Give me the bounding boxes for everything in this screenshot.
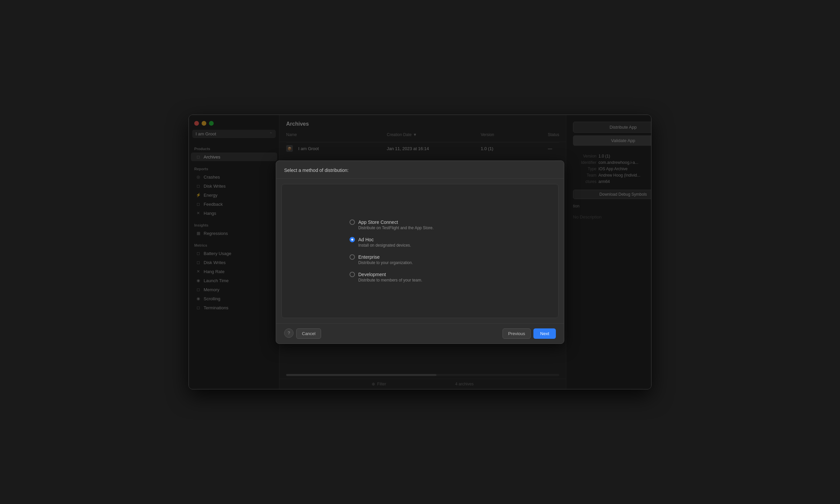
help-button[interactable]: ? — [284, 328, 293, 338]
main-window: I am Groot ⌃ Products ◻ Archives Reports… — [189, 114, 651, 390]
distribution-modal: Select a method of distribution: App Sto… — [276, 161, 564, 344]
ad-hoc-label: Ad Hoc — [358, 237, 374, 242]
app-store-connect-label: App Store Connect — [358, 219, 398, 225]
dist-option-ad-hoc: Ad Hoc Install on designated devices. — [349, 237, 491, 248]
dist-option-development: Development Distribute to members of you… — [349, 272, 491, 283]
modal-footer: ? Cancel Previous Next — [276, 323, 564, 343]
modal-overlay: Select a method of distribution: App Sto… — [189, 115, 651, 389]
enterprise-desc: Distribute to your organization. — [358, 260, 491, 265]
modal-title-bar: Select a method of distribution: — [276, 161, 564, 179]
modal-footer-right: Previous Next — [502, 328, 556, 339]
dist-option-enterprise: Enterprise Distribute to your organizati… — [349, 254, 491, 265]
app-store-connect-desc: Distribute on TestFlight and the App Sto… — [358, 226, 491, 230]
radio-app-store-connect[interactable] — [349, 219, 355, 225]
ad-hoc-desc: Install on designated devices. — [358, 243, 491, 248]
distribution-options: App Store Connect Distribute on TestFlig… — [349, 219, 491, 283]
next-button[interactable]: Next — [533, 328, 556, 339]
modal-body: App Store Connect Distribute on TestFlig… — [281, 184, 559, 318]
radio-ad-hoc[interactable] — [349, 237, 355, 242]
cancel-button[interactable]: Cancel — [296, 328, 321, 339]
radio-enterprise[interactable] — [349, 254, 355, 260]
modal-footer-left: ? Cancel — [284, 328, 321, 339]
radio-development[interactable] — [349, 272, 355, 277]
dist-option-app-store: App Store Connect Distribute on TestFlig… — [349, 219, 491, 230]
modal-title: Select a method of distribution: — [284, 167, 556, 173]
development-desc: Distribute to members of your team. — [358, 278, 491, 283]
previous-button[interactable]: Previous — [502, 328, 531, 339]
question-mark-icon: ? — [288, 330, 290, 336]
enterprise-label: Enterprise — [358, 254, 380, 260]
development-label: Development — [358, 272, 386, 277]
